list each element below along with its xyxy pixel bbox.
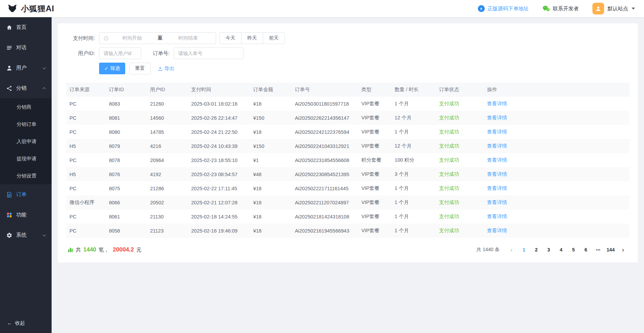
day-before-button[interactable]: 前天: [263, 32, 285, 44]
view-detail-link[interactable]: 查看详情: [487, 214, 507, 219]
cell-user-id: 20502: [147, 195, 188, 210]
cell-status: 支付成功: [436, 195, 483, 210]
chevron-up-icon: [43, 87, 46, 90]
cell-order-id: 8076: [106, 167, 147, 181]
status-text: 支付成功: [439, 171, 459, 177]
summary-count: 1440: [83, 246, 96, 253]
sidebar-item-chat[interactable]: 对话: [0, 37, 52, 58]
col-order-source: 订单来源: [66, 83, 106, 97]
summary-amount-unit: 元: [136, 247, 141, 253]
sidebar-item-user[interactable]: 用户: [0, 58, 52, 78]
page-button[interactable]: 3: [544, 245, 554, 255]
prev-page-button[interactable]: ‹: [506, 245, 517, 255]
sidebar-item-label: 订单: [16, 191, 45, 198]
sidebar-subitem[interactable]: 分销设置: [0, 167, 52, 184]
main-content: 支付时间: 时间开始 至 时间结束 今天 昨天 前天: [52, 17, 644, 333]
time-start-placeholder[interactable]: 时间开始: [109, 35, 156, 41]
cell-quantity: 1 个月: [391, 210, 436, 224]
page-button[interactable]: 5: [568, 245, 579, 255]
orders-table: 订单来源 订单ID 用户ID 支付时间 订单金额 订单号 类型 数量 / 时长 …: [66, 83, 630, 238]
cell-order-source: PC: [66, 97, 106, 111]
filter-button[interactable]: ✓ 筛选: [99, 63, 125, 74]
view-detail-link[interactable]: 查看详情: [487, 143, 507, 149]
cell-type: VIP套餐: [358, 111, 391, 125]
view-detail-link[interactable]: 查看详情: [487, 171, 507, 177]
col-order-no: 订单号: [291, 83, 358, 97]
view-detail-link[interactable]: 查看详情: [487, 157, 507, 163]
brand-name: 小狐狸AI: [21, 3, 54, 14]
orders-summary: 共 1440 笔， 20004.2 元: [67, 246, 141, 253]
cell-amount: ¥48: [250, 167, 291, 181]
source-code-link[interactable]: 正版源码下单地址: [478, 5, 529, 12]
cell-pay-time: 2025-03-01 18:02:16: [188, 97, 250, 111]
sidebar-subitem[interactable]: 入驻申请: [0, 133, 52, 150]
view-detail-link[interactable]: 查看详情: [487, 115, 507, 120]
pagination: 共 1440 条 ‹ 1 2 3 4 5 6 ••• 144 ›: [476, 245, 628, 255]
user-id-input[interactable]: [99, 47, 141, 59]
export-button-label: 导出: [164, 65, 174, 72]
view-detail-link[interactable]: 查看详情: [487, 200, 507, 205]
status-text: 支付成功: [439, 101, 459, 106]
cell-order-no: Ai202502221711161445: [291, 181, 358, 195]
cell-pay-time: 2025-02-23 08:54:57: [188, 167, 250, 181]
range-separator: 至: [156, 35, 165, 41]
cell-order-no: Ai202502241043312921: [291, 139, 358, 153]
table-body: PC 8083 21260 2025-03-01 18:02:16 ¥18 Ai…: [66, 97, 630, 238]
page-button[interactable]: 144: [605, 245, 616, 255]
sidebar-item-distribution[interactable]: 分销: [0, 78, 52, 98]
sidebar-item-home[interactable]: 首页: [0, 17, 52, 37]
cell-pay-time: 2025-02-23 18:55:10: [188, 153, 250, 167]
status-text: 支付成功: [439, 115, 459, 120]
page-button[interactable]: 2: [531, 245, 541, 255]
more-pages-button[interactable]: •••: [593, 245, 603, 255]
sidebar-item-orders[interactable]: 订单: [0, 184, 52, 205]
table-footer: 共 1440 笔， 20004.2 元 共 1440 条 ‹ 1 2 3 4 5: [66, 245, 630, 255]
site-switcher[interactable]: 默认站点: [592, 3, 635, 14]
cell-status: 支付成功: [436, 97, 483, 111]
contact-developer-link[interactable]: 联系开发者: [543, 5, 579, 12]
app-root: 小狐狸AI 正版源码下单地址 联系开发者 默认站点: [0, 0, 644, 333]
today-button[interactable]: 今天: [219, 32, 242, 44]
page-button[interactable]: 1: [519, 245, 529, 255]
cell-status: 支付成功: [436, 111, 483, 125]
cell-amount: ¥18: [250, 224, 291, 238]
status-text: 支付成功: [439, 185, 459, 191]
sidebar: 首页 对话 用户: [0, 17, 52, 333]
view-detail-link[interactable]: 查看详情: [487, 185, 507, 191]
cell-order-no: Ai202503011801597718: [291, 97, 358, 111]
sidebar-item-features[interactable]: 功能: [0, 205, 52, 225]
cell-order-id: 8058: [106, 224, 147, 238]
pagination-total: 共 1440 条: [476, 247, 500, 253]
date-range-picker[interactable]: 时间开始 至 时间结束: [99, 32, 216, 44]
col-type: 类型: [358, 83, 391, 97]
cell-action: 查看详情: [484, 125, 630, 139]
cell-order-id: 8079: [106, 139, 147, 153]
cell-order-id: 8075: [106, 181, 147, 195]
view-detail-link[interactable]: 查看详情: [487, 101, 507, 106]
reset-button[interactable]: 重置: [129, 63, 151, 74]
view-detail-link[interactable]: 查看详情: [487, 228, 507, 233]
cell-order-id: 8083: [106, 97, 147, 111]
view-detail-link[interactable]: 查看详情: [487, 129, 507, 135]
col-user-id: 用户ID: [147, 83, 188, 97]
sidebar-collapse-button[interactable]: ← 收起: [0, 313, 52, 333]
export-button[interactable]: 导出: [158, 65, 174, 72]
cell-user-id: 21123: [147, 224, 188, 238]
cell-user-id: 21130: [147, 210, 188, 224]
cell-pay-time: 2025-02-21 12:07:28: [188, 195, 250, 210]
yesterday-button[interactable]: 昨天: [241, 32, 263, 44]
sidebar-subitem[interactable]: 分销商: [0, 98, 52, 116]
page-button[interactable]: 6: [581, 245, 591, 255]
next-page-button[interactable]: ›: [618, 245, 628, 255]
cell-amount: ¥150: [250, 111, 291, 125]
order-no-input[interactable]: [174, 47, 244, 59]
sidebar-item-system[interactable]: 系统: [0, 225, 52, 245]
cell-quantity: 1 个月: [391, 125, 436, 139]
cell-order-source: PC: [66, 125, 106, 139]
table-row: PC 8081 14560 2025-02-26 22:14:47 ¥150 A…: [66, 111, 630, 125]
time-end-placeholder[interactable]: 时间结束: [165, 35, 212, 41]
sidebar-subitem[interactable]: 分销订单: [0, 116, 52, 133]
sidebar-subitem[interactable]: 提现申请: [0, 150, 52, 167]
share-icon: [6, 85, 12, 92]
page-button[interactable]: 4: [556, 245, 566, 255]
